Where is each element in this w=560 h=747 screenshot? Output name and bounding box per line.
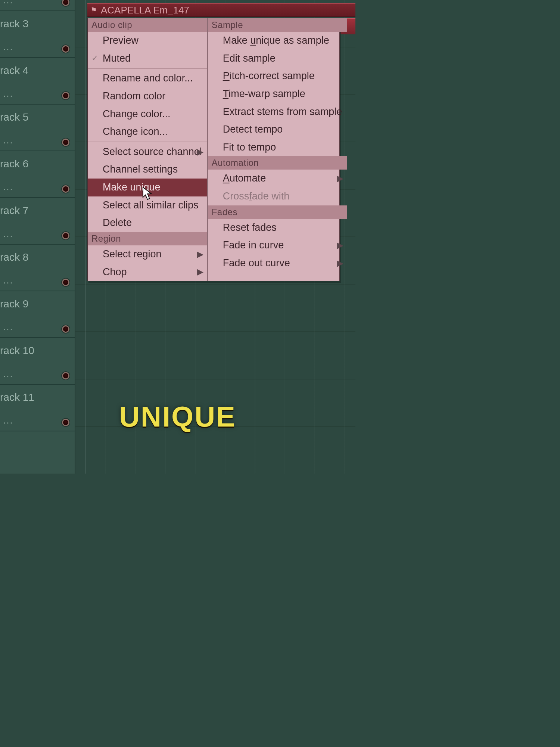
track-options-icon[interactable]: ... <box>3 88 13 99</box>
submenu-arrow-icon: ▶ <box>197 146 203 157</box>
menu-item-automate[interactable]: Automate ▶ <box>208 170 348 187</box>
menu-item-channel-settings[interactable]: Channel settings <box>88 161 207 179</box>
track-label: rack 3 <box>0 18 28 30</box>
menu-item-chop[interactable]: Chop ▶ <box>88 263 207 281</box>
track-header[interactable]: rack 2 ... <box>0 0 75 11</box>
menu-item-extract-stems[interactable]: Extract stems from sample <box>208 103 348 121</box>
track-mute-led[interactable] <box>62 45 69 53</box>
track-label: rack 4 <box>0 65 28 77</box>
track-header[interactable]: rack 8 ... <box>0 245 75 291</box>
menu-section-audio-clip: Audio clip <box>88 18 207 32</box>
track-options-icon[interactable]: ... <box>3 321 13 333</box>
menu-item-select-similar-clips[interactable]: Select all similar clips <box>88 196 207 214</box>
track-mute-led[interactable] <box>62 325 69 333</box>
menu-item-fade-in-curve[interactable]: Fade in curve ▶ <box>208 236 348 254</box>
track-label: rack 5 <box>0 111 28 123</box>
track-options-icon[interactable]: ... <box>3 275 13 286</box>
menu-divider <box>88 142 207 142</box>
menu-item-preview[interactable]: Preview <box>88 32 207 50</box>
menu-section-region: Region <box>88 232 207 245</box>
clip-title-bar[interactable]: ⚑ ACAPELLA Em_147 <box>87 3 355 17</box>
menu-divider <box>88 68 207 69</box>
track-mute-led[interactable] <box>62 185 69 193</box>
menu-item-rename-color[interactable]: Rename and color... <box>88 69 207 87</box>
track-label: rack 6 <box>0 158 28 170</box>
menu-item-make-unique-as-sample[interactable]: Make unique as sample <box>208 32 348 50</box>
track-header[interactable]: rack 3 ... <box>0 11 75 58</box>
menu-item-reset-fades[interactable]: Reset fades <box>208 219 348 237</box>
menu-item-random-color[interactable]: Random color <box>88 87 207 105</box>
track-header[interactable]: rack 7 ... <box>0 198 75 245</box>
track-label: rack 10 <box>0 345 34 357</box>
track-options-icon[interactable]: ... <box>3 0 13 6</box>
menu-section-sample: Sample <box>208 18 348 32</box>
menu-item-fit-to-tempo[interactable]: Fit to tempo <box>208 139 348 156</box>
track-label: rack 9 <box>0 298 28 310</box>
track-label: rack 8 <box>0 251 28 263</box>
menu-item-muted[interactable]: ✓ Muted <box>88 50 207 68</box>
menu-column-right: Sample Make unique as sample Edit sample… <box>208 18 348 281</box>
submenu-arrow-icon: ▶ <box>197 249 203 260</box>
menu-item-select-region[interactable]: Select region ▶ <box>88 245 207 263</box>
track-mute-led[interactable] <box>62 232 69 239</box>
menu-item-select-source-channel[interactable]: Select source channel ▶ <box>88 143 207 161</box>
menu-item-change-icon[interactable]: Change icon... <box>88 123 207 141</box>
menu-section-fades: Fades <box>208 205 348 219</box>
track-header[interactable]: rack 4 ... <box>0 58 75 105</box>
track-label: rack 7 <box>0 205 28 217</box>
track-mute-led[interactable] <box>62 0 69 6</box>
track-header[interactable]: rack 6 ... <box>0 151 75 198</box>
submenu-arrow-icon: ▶ <box>337 240 343 251</box>
track-header[interactable]: rack 10 ... <box>0 338 75 385</box>
track-options-icon[interactable]: ... <box>3 228 13 239</box>
track-options-icon[interactable]: ... <box>3 41 13 53</box>
track-header[interactable]: rack 9 ... <box>0 291 75 338</box>
menu-item-crossfade-with: Crossfade with <box>208 187 348 205</box>
track-header[interactable]: rack 5 ... <box>0 105 75 151</box>
submenu-arrow-icon: ▶ <box>337 258 343 269</box>
menu-item-make-unique[interactable]: Make unique <box>88 179 207 196</box>
clip-title: ACAPELLA Em_147 <box>101 4 189 16</box>
track-options-icon[interactable]: ... <box>3 181 13 193</box>
track-mute-led[interactable] <box>62 139 69 146</box>
menu-item-time-warp-sample[interactable]: Time-warp sample <box>208 85 348 103</box>
menu-item-change-color[interactable]: Change color... <box>88 105 207 123</box>
check-icon: ✓ <box>91 53 98 64</box>
track-mute-led[interactable] <box>62 372 69 379</box>
clip-flag-icon: ⚑ <box>90 6 97 15</box>
menu-column-left: Audio clip Preview ✓ Muted Rename and co… <box>88 18 208 281</box>
menu-item-detect-tempo[interactable]: Detect tempo <box>208 121 348 139</box>
track-options-icon[interactable]: ... <box>3 368 13 379</box>
menu-item-delete[interactable]: Delete <box>88 214 207 232</box>
menu-item-fade-out-curve[interactable]: Fade out curve ▶ <box>208 254 348 272</box>
track-options-icon[interactable]: ... <box>3 134 13 146</box>
overlay-caption: UNIQUE <box>0 400 355 433</box>
track-mute-led[interactable] <box>62 279 69 286</box>
menu-item-pitch-correct-sample[interactable]: Pitch-correct sample <box>208 67 348 85</box>
submenu-arrow-icon: ▶ <box>197 267 203 278</box>
track-mute-led[interactable] <box>62 92 69 99</box>
clip-context-menu: Audio clip Preview ✓ Muted Rename and co… <box>87 18 340 281</box>
menu-item-edit-sample[interactable]: Edit sample <box>208 50 348 68</box>
menu-section-automation: Automation <box>208 156 348 170</box>
submenu-arrow-icon: ▶ <box>337 173 343 184</box>
